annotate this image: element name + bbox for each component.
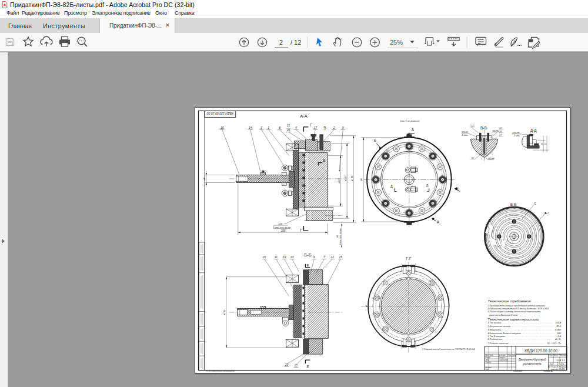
svg-text:М3-Н6: М3-Н6 xyxy=(492,130,498,132)
svg-text:22: 22 xyxy=(499,127,502,129)
svg-text:4 Количество Витков катушки: 4 Количество Витков катушки xyxy=(487,332,521,335)
svg-text:Е: Е xyxy=(306,263,309,267)
svg-text:2 отв.: 2 отв. xyxy=(513,135,520,137)
svg-text:1 Сборный шов №1 выполнять по: 1 Сборный шов №1 выполнять по ГОСТ14771-… xyxy=(422,348,475,351)
svg-text:2: 2 xyxy=(333,126,335,129)
svg-text:1:1: 1:1 xyxy=(562,359,566,362)
svg-text:2 А: 2 А xyxy=(557,335,561,338)
svg-text:В: В xyxy=(323,158,325,162)
svg-text:Подп.: Подп. xyxy=(507,354,512,356)
svg-text:(пов. 1 не указаны): (пов. 1 не указаны) xyxy=(400,120,420,122)
svg-text:ø187: ø187 xyxy=(344,175,347,181)
svg-text:А: А xyxy=(412,128,415,132)
svg-text:20: 20 xyxy=(262,255,266,259)
svg-text:давлением Воздухом 6 атм: давлением Воздухом 6 атм xyxy=(489,314,517,316)
svg-text:КВДИ.120.00.10.00: КВДИ.120.00.10.00 xyxy=(524,349,557,353)
svg-text:8: 8 xyxy=(279,126,280,129)
svg-text:В: В xyxy=(323,126,326,130)
svg-text:13,9: 13,9 xyxy=(557,359,562,362)
svg-text:ø153: ø153 xyxy=(223,309,226,315)
svg-text:6 отв. ravн. по окр.: 6 отв. ravн. по окр. xyxy=(273,226,292,229)
svg-text:21: 21 xyxy=(286,124,290,127)
svg-text:М3-Н6: М3-Н6 xyxy=(462,131,468,134)
svg-text:6 отв. ravн. по окр.: 6 отв. ravн. по окр. xyxy=(339,228,342,245)
svg-text:Дата: Дата xyxy=(512,354,516,356)
svg-text:14: 14 xyxy=(249,126,252,129)
svg-text:Изм. Лист: Изм. Лист xyxy=(485,354,493,356)
svg-text:Г-Г: Г-Г xyxy=(406,256,412,261)
svg-text:10⁻⁴÷10⁻⁵ Па: 10⁻⁴÷10⁻⁵ Па xyxy=(547,342,562,345)
svg-text:С: С xyxy=(534,202,536,205)
svg-text:Д: Д xyxy=(390,185,393,188)
svg-text:Г: Г xyxy=(310,123,312,127)
svg-text:10: 10 xyxy=(220,126,224,129)
svg-text:КВДИ.120.00.10.00: КВДИ.120.00.10.00 xyxy=(207,112,234,115)
svg-text:Технические характеристики: Технические характеристики xyxy=(487,317,539,321)
svg-text:Лит.: Лит. xyxy=(549,355,553,357)
svg-text:1 Предварительнозация пробёлб: 1 Предварительнозация пробёлб магнитной … xyxy=(487,305,545,307)
svg-text:ø9: ø9 xyxy=(336,235,339,238)
svg-text:17: 17 xyxy=(314,126,318,129)
svg-text:5 Ток В катушке: 5 Ток В катушке xyxy=(487,335,505,338)
svg-text:А: А xyxy=(437,220,440,224)
svg-text:13: 13 xyxy=(290,255,294,259)
svg-text:ø6: ø6 xyxy=(203,177,206,180)
svg-text:Е-Е: Е-Е xyxy=(510,202,517,206)
svg-text:Д-Д: Д-Д xyxy=(530,128,537,133)
svg-text:Копировал: Копировал xyxy=(513,370,522,372)
svg-text:11: 11 xyxy=(275,255,278,259)
svg-text:2 Напряжение основы: 2 Напряжение основы xyxy=(487,325,510,328)
svg-text:Масштаб: Масштаб xyxy=(560,355,568,357)
svg-text:16: 16 xyxy=(472,157,474,159)
svg-text:30 В: 30 В xyxy=(556,325,561,328)
svg-text:1: 1 xyxy=(268,126,269,129)
svg-text:3 После сборки систему охлажде: 3 После сборки систему охлаждения опресс… xyxy=(487,311,540,313)
svg-text:25%: 25% xyxy=(390,39,403,46)
svg-text:1 Ток основы: 1 Ток основы xyxy=(487,322,501,324)
svg-text:Утв.: Утв. xyxy=(485,368,489,371)
svg-text:№ докум.: № докум. xyxy=(499,354,506,356)
svg-text:Не для коммерческого использов: Не для коммерческого использования xyxy=(206,370,235,372)
svg-text:3 Мощность: 3 Мощность xyxy=(487,329,501,331)
svg-text:6: 6 xyxy=(313,255,315,259)
svg-text:630: 630 xyxy=(557,332,562,335)
svg-text:15: 15 xyxy=(339,255,342,259)
svg-text:М3-Н6: М3-Н6 xyxy=(488,158,494,160)
svg-text:Пров.: Пров. xyxy=(485,359,489,361)
svg-text:ø196: ø196 xyxy=(350,175,353,181)
svg-text:19: 19 xyxy=(283,255,286,259)
svg-text:Е: Е xyxy=(306,365,309,368)
svg-text:А-А: А-А xyxy=(300,114,307,119)
svg-text:Листов: Листов xyxy=(558,363,564,365)
svg-text:испаритель: испаритель xyxy=(523,362,542,365)
svg-text:12: 12 xyxy=(472,125,474,127)
svg-text:ø110: ø110 xyxy=(338,178,340,184)
svg-text:Технические требования: Технические требования xyxy=(487,299,531,303)
svg-text:Ar, N₂: Ar, N₂ xyxy=(554,338,561,341)
svg-text:Масса: Масса xyxy=(554,355,559,357)
svg-text:Б-Б: Б-Б xyxy=(304,252,311,258)
svg-text:4 отв.: 4 отв. xyxy=(462,134,468,136)
svg-text:ø3/ø-Н6: ø3/ø-Н6 xyxy=(512,132,520,134)
svg-text:3: 3 xyxy=(260,126,262,129)
svg-text:12: 12 xyxy=(331,255,335,259)
svg-text:200: 200 xyxy=(280,229,286,232)
svg-text:Разраб.: Разраб. xyxy=(485,356,491,359)
svg-text:4: 4 xyxy=(295,126,297,129)
svg-text:7: 7 xyxy=(323,255,325,259)
svg-text:21: 21 xyxy=(294,363,298,367)
svg-text:6 Рабочий газ: 6 Рабочий газ xyxy=(487,338,502,341)
svg-text:3 кВт: 3 кВт xyxy=(554,329,561,331)
svg-text:27: 27 xyxy=(499,134,502,136)
svg-text:10: 10 xyxy=(541,143,543,145)
svg-text:7 Рабочее давление: 7 Рабочее давление xyxy=(487,342,508,345)
svg-text:2 Проверить отсутствие КЗ м: 2 Проверить отсутствие КЗ между Витками:… xyxy=(487,308,549,310)
svg-text:Б: Б xyxy=(374,138,376,142)
svg-text:ø18: ø18 xyxy=(279,223,282,225)
svg-text:Силиной А.В.: Силиной А.В. xyxy=(499,359,508,361)
svg-text:2: 2 xyxy=(279,39,283,46)
svg-text:Вакуумно-дуговой: Вакуумно-дуговой xyxy=(519,358,546,361)
svg-text:Д: Д xyxy=(426,184,429,187)
svg-text:9: 9 xyxy=(342,126,344,129)
svg-text:Г: Г xyxy=(300,228,302,232)
